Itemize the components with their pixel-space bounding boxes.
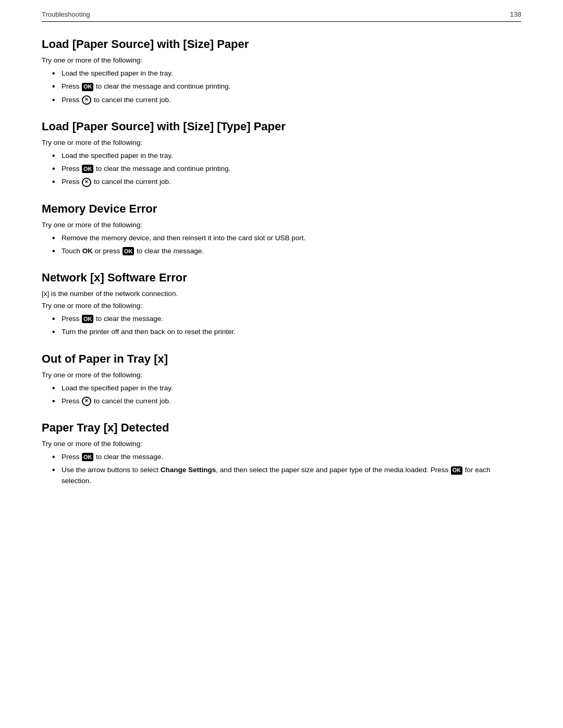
list-item: Use the arrow buttons to select Change S… <box>52 465 521 486</box>
ok-button-icon: OK <box>82 83 93 91</box>
list-item: Press OK to clear the message and contin… <box>52 81 521 92</box>
header-page-number: 138 <box>510 10 521 18</box>
cancel-button-icon <box>82 178 91 187</box>
section-title: Load [Paper Source] with [Size] [Type] P… <box>42 120 521 133</box>
section-intro: Try one or more of the following: <box>42 56 521 64</box>
list-item: Press to cancel the current job. <box>52 177 521 187</box>
list-item: Press OK to clear the message and contin… <box>52 164 521 174</box>
page-header: Troubleshooting 138 <box>42 10 521 22</box>
bullet-list: Press OK to clear the message.Turn the p… <box>42 314 521 338</box>
list-item: Load the specified paper in the tray. <box>52 383 521 393</box>
ok-button-icon: OK <box>82 165 93 173</box>
bullet-list: Remove the memory device, and then reins… <box>42 233 521 257</box>
section-title: Out of Paper in Tray [x] <box>42 352 521 366</box>
section-paper-tray-detected: Paper Tray [x] DetectedTry one or more o… <box>42 421 521 486</box>
list-item: Touch OK or press OK to clear the messag… <box>52 246 521 256</box>
section-network-software-error: Network [x] Software Error[x] is the num… <box>42 271 521 338</box>
section-intro: Try one or more of the following: <box>42 302 521 310</box>
bullet-list: Load the specified paper in the tray.Pre… <box>42 383 521 407</box>
ok-button-icon: OK <box>451 466 462 475</box>
sections-container: Load [Paper Source] with [Size] PaperTry… <box>42 38 521 486</box>
bullet-list: Load the specified paper in the tray.Pre… <box>42 151 521 188</box>
section-intro: Try one or more of the following: <box>42 139 521 146</box>
section-memory-device-error: Memory Device ErrorTry one or more of th… <box>42 202 521 257</box>
list-item: Press to cancel the current job. <box>52 396 521 406</box>
list-item: Press to cancel the current job. <box>52 95 521 105</box>
page-container: Troubleshooting 138 Load [Paper Source] … <box>0 0 563 522</box>
cancel-button-icon <box>82 95 91 105</box>
bullet-list: Load the specified paper in the tray.Pre… <box>42 68 521 105</box>
list-item: Load the specified paper in the tray. <box>52 68 521 79</box>
header-title: Troubleshooting <box>42 10 90 18</box>
section-title: Paper Tray [x] Detected <box>42 421 521 435</box>
section-title: Load [Paper Source] with [Size] Paper <box>42 38 521 51</box>
list-item: Press OK to clear the message. <box>52 314 521 324</box>
ok-button-icon: OK <box>123 247 134 255</box>
section-title: Memory Device Error <box>42 202 521 216</box>
list-item: Remove the memory device, and then reins… <box>52 233 521 243</box>
section-note: [x] is the number of the network connect… <box>42 290 521 298</box>
ok-button-icon: OK <box>82 315 93 323</box>
list-item: Load the specified paper in the tray. <box>52 151 521 161</box>
section-intro: Try one or more of the following: <box>42 221 521 229</box>
bullet-list: Press OK to clear the message.Use the ar… <box>42 452 521 486</box>
section-intro: Try one or more of the following: <box>42 440 521 448</box>
ok-button-icon: OK <box>82 453 93 461</box>
section-intro: Try one or more of the following: <box>42 371 521 379</box>
section-title: Network [x] Software Error <box>42 271 521 285</box>
list-item: Turn the printer off and then back on to… <box>52 327 521 337</box>
list-item: Press OK to clear the message. <box>52 452 521 462</box>
cancel-button-icon <box>82 397 91 406</box>
section-load-paper-source-size-type: Load [Paper Source] with [Size] [Type] P… <box>42 120 521 188</box>
section-out-of-paper: Out of Paper in Tray [x]Try one or more … <box>42 352 521 407</box>
section-load-paper-source-size: Load [Paper Source] with [Size] PaperTry… <box>42 38 521 105</box>
